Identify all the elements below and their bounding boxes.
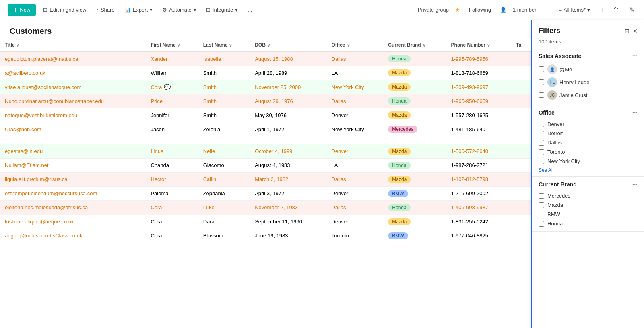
cell-brand: Mazda [383,215,446,229]
col-phone-number[interactable]: Phone Number ∨ [446,39,512,52]
table-row[interactable]: vitae.aliquet@sociisnatoque.comCora💬Smit… [0,80,531,94]
last-name-link[interactable]: Cailin [203,176,217,182]
checkbox-bmw[interactable] [539,212,544,217]
label-toronto[interactable]: Toronto [547,149,565,155]
email-link[interactable]: eleifend.nec.malesuada@atrisus.ca [5,204,88,210]
label-nyc[interactable]: New York City [547,158,580,164]
label-honda[interactable]: Honda [547,221,563,227]
email-link[interactable]: eget.dictum.placerat@mattis.ca [5,56,78,62]
first-name-link[interactable]: Linus [151,148,163,154]
email-link[interactable]: augue@luctuslobortisClass.co.uk [5,233,82,239]
checkbox-detroit[interactable] [539,131,544,136]
label-denver[interactable]: Denver [547,121,564,127]
email-link[interactable]: a@aclibero.co.uk [5,70,45,76]
brand-more-icon[interactable]: ··· [632,181,638,188]
table-row[interactable]: tristique.aliquet@neque.co.ukCoraDaraSep… [0,215,531,229]
email-link[interactable]: Cras@non.com [5,126,41,132]
following-button[interactable]: Following [466,5,493,14]
last-name-link[interactable]: Luke [203,204,215,210]
checkbox-jamie[interactable] [539,92,544,98]
automate-button[interactable]: ⚙ Automate ▾ [160,5,199,14]
table-row[interactable]: Nunc.pulvinar.arcu@conubianostraper.eduP… [0,94,531,108]
message-icon[interactable]: 💬 [164,84,171,90]
checkbox-honda[interactable] [539,221,544,227]
label-me[interactable]: 👤 @Me [547,64,572,74]
table-row[interactable]: est.tempor.bibendum@neccursusa.comPaloma… [0,186,531,200]
first-name-link[interactable]: Cora [151,204,162,210]
cell-title: egestas@in.edu [0,144,146,159]
email-link[interactable]: egestas@in.edu [5,148,43,154]
email-link[interactable]: Nullam@Etiam.net [5,162,49,168]
checkbox-denver[interactable] [539,122,544,127]
first-name-link[interactable]: Xander [151,56,167,62]
table-row[interactable]: natoque@vestibulumlorem.eduJenniferSmith… [0,108,531,122]
filter-item-nyc: New York City [539,157,638,166]
filter-close-button[interactable]: ✕ [633,28,638,34]
label-mazda[interactable]: Mazda [547,202,563,208]
first-name-link[interactable]: Price [151,98,163,104]
table-row[interactable]: eleifend.nec.malesuada@atrisus.caCoraLuk… [0,200,531,215]
table-row[interactable]: augue@luctuslobortisClass.co.ukCoraBloss… [0,229,531,243]
table-row[interactable]: eget.dictum.placerat@mattis.caXanderIsab… [0,52,531,66]
label-dallas[interactable]: Dallas [547,140,562,146]
email-link[interactable]: est.tempor.bibendum@neccursusa.com [5,190,97,196]
checkbox-henry[interactable] [539,79,544,85]
brand-header[interactable]: Current Brand ··· [539,181,638,188]
checkbox-me[interactable] [539,66,544,72]
table-row[interactable]: egestas@in.eduLinusNelleOctober 4, 1999D… [0,144,531,159]
checkbox-toronto[interactable] [539,149,544,155]
col-ta[interactable]: Ta [511,39,531,52]
first-name-link[interactable]: Hector [151,176,166,182]
col-current-brand[interactable]: Current Brand ∨ [383,39,446,52]
label-bmw[interactable]: BMW [547,211,560,217]
cell-first-name: Cora💬 [146,80,198,94]
email-link[interactable]: ligula.elit.pretium@risus.ca [5,176,68,182]
filter-options-button[interactable]: ⊟ [625,28,630,34]
email-link[interactable]: vitae.aliquet@sociisnatoque.com [5,84,81,90]
label-mercedes[interactable]: Mercedes [547,193,570,199]
office-header[interactable]: Office ··· [539,109,638,116]
edit-grid-button[interactable]: ⊞ Edit in grid view [41,5,89,14]
table-row[interactable]: Cras@non.comJasonZeleniaApril 1, 1972New… [0,122,531,136]
cell-dob: August 15, 1988 [250,52,326,66]
filter-toggle-button[interactable]: ⊟ [597,4,605,15]
label-jamie[interactable]: JC Jamie Crust [547,90,587,100]
checkbox-mercedes[interactable] [539,193,544,199]
col-last-name[interactable]: Last Name ∨ [198,39,250,52]
email-link[interactable]: natoque@vestibulumlorem.edu [5,112,77,118]
table-row[interactable]: ligula.elit.pretium@risus.caHectorCailin… [0,172,531,186]
last-name-link[interactable]: Smith [203,98,217,104]
sales-associate-more-icon[interactable]: ··· [632,52,638,60]
email-link[interactable]: Nunc.pulvinar.arcu@conubianostraper.edu [5,98,104,104]
integrate-button[interactable]: ⊡ Integrate ▾ [204,5,240,14]
col-first-name[interactable]: First Name ∨ [146,39,198,52]
email-link[interactable]: tristique.aliquet@neque.co.uk [5,219,74,225]
export-button[interactable]: 📊 Export ▾ [122,5,155,14]
cell-brand: Mazda [383,144,446,159]
table-header: Title ∨ First Name ∨ Last Name ∨ [0,39,531,52]
col-dob[interactable]: DOB ∨ [250,39,326,52]
table-row[interactable]: Nullam@Etiam.netChandaGiacomoAugust 4, 1… [0,158,531,172]
sales-associate-header[interactable]: Sales Associate ··· [539,52,638,60]
last-name-link[interactable]: Nelle [203,148,215,154]
clock-button[interactable]: ⏱ [611,5,621,15]
label-henry[interactable]: HL Henry Legge [547,77,589,87]
first-name-link[interactable]: Cora [151,84,162,90]
office-more-icon[interactable]: ··· [632,109,638,116]
checkbox-mazda[interactable] [539,202,544,208]
cell-office: New York City [327,122,384,136]
office-see-all-link[interactable]: See All [539,167,638,173]
table-row[interactable]: a@aclibero.co.ukWilliamSmithApril 28, 19… [0,66,531,80]
checkbox-nyc[interactable] [539,159,544,164]
last-name-link[interactable]: Isabelle [203,56,221,62]
checkbox-dallas[interactable] [539,140,544,146]
share-button[interactable]: ↑ Share [93,5,117,14]
more-button[interactable]: ... [245,5,254,14]
col-title[interactable]: Title ∨ [0,39,146,52]
all-items-button[interactable]: ≡ All Items* ▾ [559,7,590,13]
last-name-link[interactable]: Smith [203,84,217,90]
new-button[interactable]: New [8,4,36,16]
edit-pencil-button[interactable]: ✎ [627,4,636,15]
label-detroit[interactable]: Detroit [547,130,563,136]
col-office[interactable]: Office ∨ [327,39,384,52]
